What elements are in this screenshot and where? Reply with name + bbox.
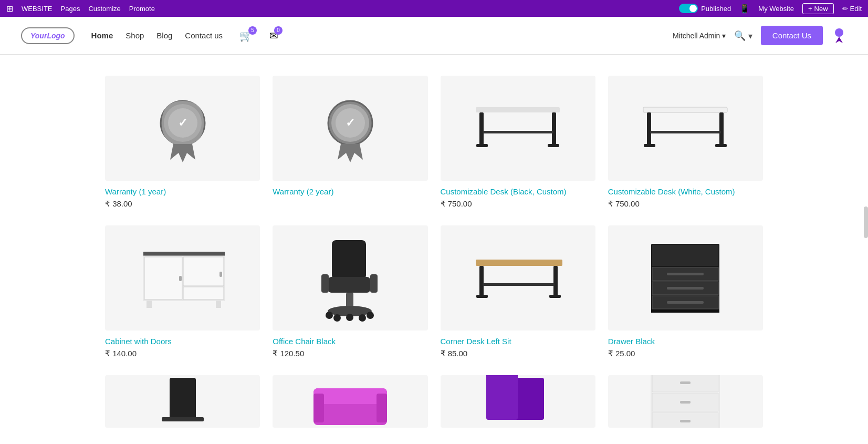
drawer-svg: [641, 236, 730, 320]
customize-menu[interactable]: Customize: [88, 5, 120, 13]
svg-rect-71: [680, 401, 691, 404]
admin-bar-left: ⊞ WEBSITE Pages Customize Promote: [6, 4, 155, 14]
svg-rect-61: [313, 388, 387, 404]
promote-menu[interactable]: Promote: [129, 5, 155, 13]
svg-rect-43: [476, 260, 562, 266]
product-card[interactable]: Corner Desk Left Sit ₹ 85.00: [441, 225, 595, 358]
product-card[interactable]: Cabinet with Doors ₹ 140.00: [105, 225, 260, 358]
nav-contact[interactable]: Contact us: [185, 31, 223, 40]
svg-point-38: [326, 312, 333, 319]
svg-text:✓: ✓: [346, 116, 355, 129]
svg-rect-57: [651, 309, 719, 313]
nav-links: Home Shop Blog Contact us: [91, 31, 223, 40]
apps-icon[interactable]: ⊞: [6, 4, 13, 14]
svg-rect-14: [552, 112, 556, 147]
logo[interactable]: YourLogo: [21, 27, 75, 44]
product-image-wrap: [441, 225, 595, 331]
svg-rect-25: [144, 257, 182, 300]
product-card[interactable]: Office Chair Black ₹ 120.50: [273, 225, 427, 358]
svg-rect-20: [719, 112, 724, 147]
product-image-wrap: [105, 375, 260, 428]
product-name[interactable]: Corner Desk Left Sit: [441, 337, 595, 346]
svg-rect-34: [321, 274, 329, 293]
svg-rect-65: [486, 375, 518, 420]
product-card[interactable]: [608, 375, 763, 434]
nav-shop[interactable]: Shop: [126, 31, 144, 40]
svg-rect-45: [476, 295, 488, 298]
svg-text:✓: ✓: [178, 116, 187, 129]
svg-marker-10: [338, 144, 363, 162]
admin-bar-right: Published 📱 My Website + New ✏ Edit: [679, 3, 862, 14]
svg-rect-18: [647, 112, 651, 147]
item12-svg: [641, 375, 730, 428]
nav-blog[interactable]: Blog: [156, 31, 172, 40]
product-card[interactable]: ✓ Warranty (1 year) ₹ 38.00: [105, 76, 260, 209]
svg-rect-19: [644, 144, 655, 147]
edit-button[interactable]: ✏ Edit: [842, 5, 862, 13]
svg-rect-52: [667, 273, 704, 275]
nav-home[interactable]: Home: [91, 31, 113, 40]
product-price: ₹ 140.00: [105, 349, 260, 358]
svg-rect-70: [680, 381, 691, 384]
svg-rect-29: [219, 272, 222, 277]
product-card[interactable]: ✓ Warranty (2 year): [273, 76, 427, 209]
svg-rect-54: [667, 287, 704, 290]
svg-rect-30: [147, 301, 152, 308]
svg-rect-46: [553, 266, 558, 297]
user-menu[interactable]: Mitchell Admin ▾: [673, 32, 726, 40]
scrollbar[interactable]: [864, 206, 868, 238]
product-card[interactable]: [273, 375, 427, 434]
product-name[interactable]: Warranty (1 year): [105, 187, 260, 196]
svg-rect-62: [313, 394, 324, 422]
chair-svg: [308, 232, 392, 324]
my-website-link[interactable]: My Website: [758, 5, 794, 13]
contact-us-button[interactable]: Contact Us: [761, 26, 823, 45]
svg-rect-33: [328, 277, 370, 293]
search-icon-wrap[interactable]: 🔍 ▾: [734, 30, 752, 42]
medal-svg: ✓: [151, 94, 214, 162]
user-name: Mitchell Admin: [673, 32, 720, 40]
svg-rect-17: [643, 107, 727, 112]
chevron-down-icon: ▾: [722, 32, 726, 40]
svg-point-40: [367, 312, 374, 319]
published-toggle-wrap[interactable]: Published: [679, 4, 731, 13]
product-card[interactable]: Drawer Black ₹ 25.00: [608, 225, 763, 358]
svg-rect-15: [548, 144, 559, 147]
product-name[interactable]: Office Chair Black: [273, 337, 427, 346]
product-image-wrap: [273, 225, 427, 331]
search-icon: 🔍: [734, 30, 746, 41]
svg-rect-31: [216, 301, 221, 308]
product-card[interactable]: [441, 375, 595, 434]
product-price: ₹ 25.00: [608, 349, 763, 358]
svg-rect-48: [483, 283, 555, 286]
published-toggle[interactable]: [679, 4, 698, 13]
product-price: ₹ 85.00: [441, 349, 595, 358]
product-image-wrap: [273, 375, 427, 428]
product-card[interactable]: Customizable Desk (White, Custom) ₹ 750.…: [608, 76, 763, 209]
svg-rect-16: [483, 131, 553, 133]
product-name[interactable]: Customizable Desk (White, Custom): [608, 187, 763, 196]
item9-svg: [149, 375, 217, 428]
product-name[interactable]: Warranty (2 year): [273, 187, 427, 196]
pencil-icon: ✏: [842, 5, 848, 13]
pages-menu[interactable]: Pages: [61, 5, 80, 13]
svg-rect-32: [332, 240, 366, 280]
product-image-wrap: [105, 225, 260, 331]
product-name[interactable]: Drawer Black: [608, 337, 763, 346]
message-icon[interactable]: ✉ 0: [269, 29, 278, 42]
svg-rect-35: [370, 274, 378, 293]
odoo-drop-icon[interactable]: [831, 25, 847, 46]
product-name[interactable]: Customizable Desk (Black, Custom): [441, 187, 595, 196]
product-card[interactable]: Customizable Desk (Black, Custom) ₹ 750.…: [441, 76, 595, 209]
product-image-wrap: [608, 76, 763, 181]
product-name[interactable]: Cabinet with Doors: [105, 337, 260, 346]
product-card[interactable]: [105, 375, 260, 434]
website-menu[interactable]: WEBSITE: [22, 5, 53, 13]
product-image-wrap: ✓: [273, 76, 427, 181]
mobile-icon[interactable]: 📱: [739, 4, 750, 14]
desk-white-svg: [635, 94, 735, 162]
cart-icon[interactable]: 🛒 5: [239, 29, 253, 42]
svg-point-0: [835, 28, 843, 37]
new-button[interactable]: + New: [802, 3, 834, 14]
svg-rect-22: [650, 131, 721, 133]
